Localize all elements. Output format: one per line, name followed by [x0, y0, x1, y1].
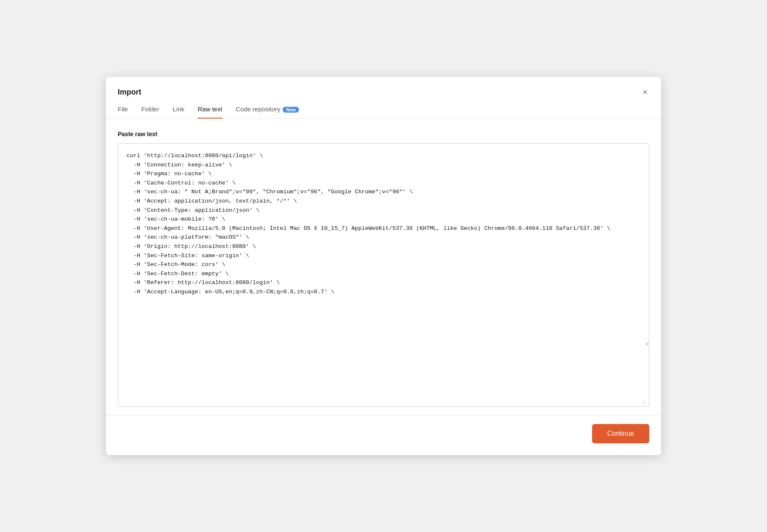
tab-file[interactable]: File [118, 105, 128, 119]
close-button[interactable]: × [641, 86, 649, 98]
tab-code-repository[interactable]: Code repositoryNew [236, 105, 299, 119]
import-dialog: Import × File Folder Link Raw text Code … [106, 77, 661, 455]
tab-raw-text[interactable]: Raw text [198, 105, 222, 119]
tab-folder[interactable]: Folder [141, 105, 159, 119]
section-label: Paste raw text [118, 131, 649, 137]
raw-text-input[interactable] [118, 144, 649, 345]
dialog-footer: Continue [106, 415, 661, 455]
dialog-body: Paste raw text ⤡ [106, 119, 661, 415]
tabs-row: File Folder Link Raw text Code repositor… [106, 98, 661, 119]
tab-link[interactable]: Link [173, 105, 185, 119]
resize-handle-icon: ⤡ [642, 400, 647, 405]
text-area-wrapper: ⤡ [118, 143, 649, 407]
dialog-header: Import × [106, 77, 661, 98]
tab-code-repository-label: Code repository [236, 105, 280, 113]
tab-new-badge: New [283, 107, 299, 113]
dialog-title: Import [118, 88, 141, 97]
continue-button[interactable]: Continue [592, 424, 649, 443]
